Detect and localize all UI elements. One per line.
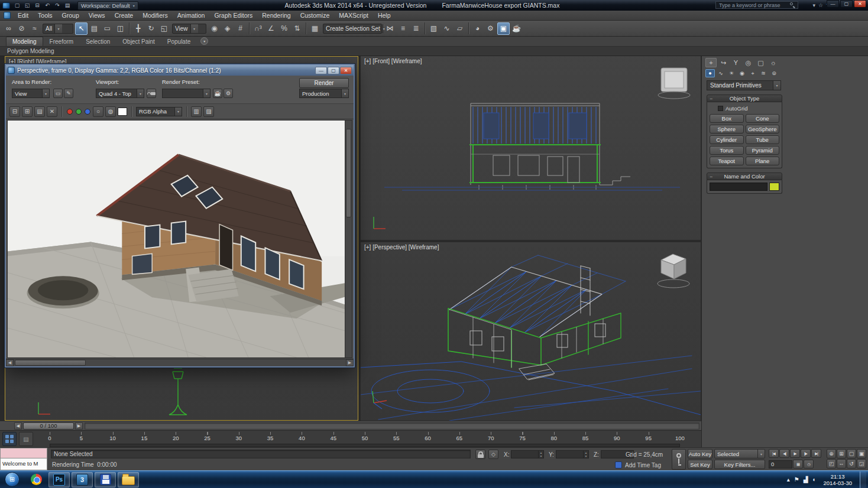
time-slider[interactable]: ◀ 0 / 100 ▶ [0,421,701,430]
zoom-all-icon[interactable]: ⊞ [837,449,846,458]
object-type-button[interactable]: Teapot [710,157,744,165]
set-keys-button[interactable] [672,449,686,470]
selection-filter-dropdown[interactable]: All▾ [43,24,73,34]
auto-key-button[interactable]: Auto Key [688,449,712,458]
window-crossing-icon[interactable]: ◫ [114,22,127,35]
scrollbar-thumb[interactable] [15,360,86,366]
object-type-rollout-header[interactable]: −Object Type [707,95,782,102]
scroll-right-icon[interactable]: ▶ [346,359,354,366]
x-coordinate-field[interactable]: ▲▼ [511,450,544,458]
render-production-icon[interactable]: ☕ [510,22,523,35]
play-button[interactable]: ▶ [790,449,800,458]
right-viewport-canvas[interactable] [5,368,358,420]
sign-in-icon[interactable]: ▾ [812,2,815,8]
menu-item[interactable]: Animation [173,11,210,20]
object-type-button[interactable]: Sphere [710,125,744,134]
object-type-button[interactable]: GeoSphere [746,125,780,134]
green-channel-icon[interactable] [76,109,82,115]
create-tab-icon[interactable]: + [705,58,717,67]
clone-rendered-frame-icon[interactable]: ⊞ [22,106,33,117]
select-and-manipulate-icon[interactable]: ◈ [221,22,234,35]
object-color-swatch[interactable] [769,183,779,191]
previous-frame-arrow[interactable]: ◀ [14,422,22,430]
object-type-button[interactable]: Pyramid [746,146,780,155]
viewport-dropdown[interactable]: Quad 4 - Top▾ [96,89,144,98]
scroll-left-icon[interactable]: ◀ [6,359,14,366]
save-image-icon[interactable]: ⊟ [9,106,20,117]
perspective-viewport[interactable]: [+] [Perspective] [Wireframe] [361,242,701,421]
edit-named-selection-sets-icon[interactable]: ▦ [309,22,321,35]
favorites-icon[interactable]: ☆ [818,2,823,8]
new-scene-icon[interactable]: ▢ [13,2,21,9]
render-settings-icon[interactable]: ⚙ [224,89,233,98]
volume-icon[interactable]: ◖ [812,476,815,483]
bind-to-space-warp-icon[interactable]: ≈ [28,22,41,35]
search-input[interactable] [718,2,788,9]
rfw-title-bar[interactable]: Perspective, frame 0, Display Gamma: 2,2… [6,65,354,76]
material-editor-icon[interactable]: ◕ [471,22,484,35]
layout-add-icon[interactable]: ▤ [19,432,33,446]
lights-icon[interactable]: ☀ [727,69,736,77]
render-history-icon[interactable]: ▨ [203,106,214,117]
redo-icon[interactable]: ↷ [53,2,61,9]
menu-item[interactable]: MAXScript [334,11,373,20]
shapes-icon[interactable]: ∿ [716,69,726,77]
go-to-start-button[interactable]: |◀ [769,449,779,458]
macro-recorder-field[interactable] [0,448,47,458]
time-configuration-icon[interactable]: ◷ [804,460,814,469]
key-mode-toggle-icon[interactable]: ▦ [793,460,803,469]
background-color-swatch[interactable] [118,108,127,116]
network-icon[interactable]: ▟ [804,476,808,483]
object-type-button[interactable]: Tube [746,135,780,144]
photoshop-taskbar-icon[interactable]: Ps [48,472,70,487]
menu-item[interactable]: Graph Editors [209,11,257,20]
hierarchy-tab-icon[interactable]: Y [730,58,741,67]
render-teapot-icon[interactable]: ☕ [213,89,222,98]
chrome-taskbar-icon[interactable] [25,472,47,487]
selection-lock-icon[interactable] [475,450,485,459]
object-name-field[interactable] [710,183,767,191]
tab-populate[interactable]: Populate [161,37,196,46]
tray-expand-icon[interactable]: ▴ [787,476,790,483]
edit-region-icon[interactable]: ▭ [53,89,63,98]
layout-quad-icon[interactable] [2,432,17,446]
color-correction-icon[interactable]: ▥ [191,106,202,117]
angle-snap-icon[interactable]: ∠ [265,22,277,35]
show-desktop-button[interactable] [860,471,866,488]
workspace-dropdown[interactable]: Workspace: Default▾ [77,1,138,10]
orbit-icon[interactable]: ↺ [847,459,856,469]
polygon-modeling-panel[interactable]: Polygon Modeling [0,47,868,56]
next-frame-arrow[interactable]: ▶ [75,422,83,430]
zoom-icon[interactable]: ⊕ [827,449,836,458]
red-channel-icon[interactable] [67,109,73,115]
close-button[interactable]: ✕ [854,0,866,8]
select-by-name-icon[interactable]: ▤ [88,22,101,35]
zoom-extents-all-icon[interactable]: ▣ [857,449,866,458]
modify-tab-icon[interactable]: ↪ [718,58,729,67]
tab-object-paint[interactable]: Object Paint [116,37,160,46]
taskbar-clock[interactable]: 21:13 2014-03-30 [820,473,856,486]
timeline-ruler[interactable]: 0510152025303540455055606570758085909510… [50,432,680,444]
menu-item[interactable]: Modifiers [138,11,173,20]
time-slider-handle[interactable]: 0 / 100 [23,422,74,430]
save-app-taskbar-icon[interactable] [95,472,116,487]
align-icon[interactable]: ≡ [397,22,409,35]
undo-icon[interactable]: ↶ [43,2,51,9]
add-time-tag-icon[interactable] [615,461,622,469]
menu-item[interactable]: Customize [296,11,335,20]
primitive-category-dropdown[interactable]: Standard Primitives▾ [707,80,781,90]
application-menu-icon[interactable] [4,12,11,19]
set-key-button[interactable]: Set Key [688,460,712,469]
ribbon-config-icon[interactable]: ▾ [200,37,208,45]
menu-item[interactable]: Edit [13,11,33,20]
utilities-tab-icon[interactable]: ☼ [767,58,779,67]
tab-selection[interactable]: Selection [80,37,116,46]
menu-item[interactable]: Group [57,11,84,20]
3ds-max-taskbar-icon[interactable]: 3 [72,472,93,487]
current-frame-field[interactable]: 0 [769,460,792,469]
pan-icon[interactable]: ⇔ [837,459,846,469]
schematic-view-icon[interactable]: ▱ [454,22,466,35]
reference-coordinate-dropdown[interactable]: View▾ [172,24,206,34]
render-setup-icon[interactable]: ⚙ [484,22,497,35]
action-center-icon[interactable]: ⚑ [794,476,799,483]
